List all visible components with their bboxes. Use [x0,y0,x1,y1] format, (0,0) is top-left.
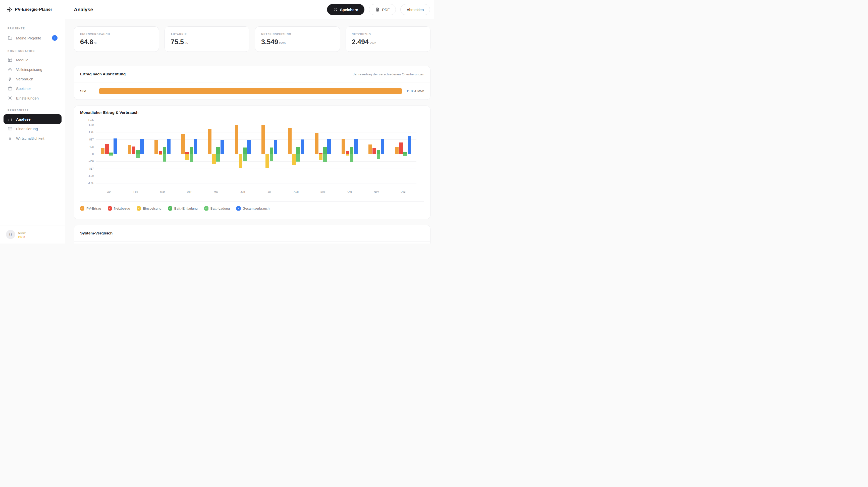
legend-checkbox-checked[interactable]: ✓ [204,206,209,211]
bar-batt-entladung-apr [190,147,193,154]
kpi-row: EIGENVERBRAUCH64.8%AUTARKIE75.5%NETZEINS… [74,26,431,52]
orientation-row-label: Süd [80,89,99,93]
briefcase-icon [7,86,12,91]
bar-batt-entladung-jul [270,148,273,154]
orientation-subtitle: Jahresertrag der verschiedenen Orientier… [353,72,424,76]
bar-pv-ertrag-feb [128,145,131,154]
kpi-card-netzeinspeisung: NETZEINSPEISUNG3.549kWh [255,26,340,52]
sidebar-item-volleinspeisung[interactable]: Volleinspeisung [3,65,62,74]
legend-item-einspeisung[interactable]: ✓Einspeisung [136,206,161,211]
x-axis-month-label: Nov [369,190,384,193]
sidebar-item-speicher[interactable]: Speicher [3,84,62,93]
bar-netzbezug-nov [372,148,376,154]
bar-gesamtverbrauch-mai [220,140,224,154]
bar-batt-ladung-mai [216,154,220,161]
monthly-chart-card: Monatlicher Ertrag & Verbrauch 1.6k1.2k8… [74,105,431,219]
topbar: Analyse SpeichernPDFAbmelden [65,0,434,19]
legend-checkbox-checked[interactable]: ✓ [136,206,141,211]
bar-einspeisung-jul [266,154,269,168]
bar-batt-ladung-jan [109,154,113,156]
credit-card-icon [7,126,12,131]
bar-pv-ertrag-aug [288,128,291,154]
legend-label: Einspeisung [143,207,161,210]
legend-label: Netzbezug [114,207,130,210]
app-logo: PV-Energie-Planer [0,0,65,19]
topbar-buttons: SpeichernPDFAbmelden [327,4,430,15]
x-axis-month-label: Aug [288,190,304,193]
x-axis-month-label: Jun [235,190,250,193]
abmelden-button[interactable]: Abmelden [400,4,430,15]
sidebar-item-label: Speicher [16,86,31,91]
legend-checkbox-checked[interactable]: ✓ [236,206,241,211]
sidebar-item-label: Analyse [16,117,31,121]
sidebar-item-analyse[interactable]: Analyse [3,114,62,124]
sidebar-item-label: Module [16,58,28,62]
user-plan-badge: PRO [18,236,26,239]
bar-batt-ladung-jul [270,154,273,161]
sidebar-item-wirtschaftlichkeit[interactable]: Wirtschaftlichkeit [3,133,62,143]
zap-icon [7,77,12,82]
user-name: user [18,231,26,235]
legend-item-netzbezug[interactable]: ✓Netzbezug [108,206,130,211]
legend-checkbox-checked[interactable]: ✓ [108,206,112,211]
sidebar-section-label: KONFIGURATION [0,43,65,55]
orientation-rows: Süd11.851 kWh [74,83,430,99]
legend-checkbox-checked[interactable]: ✓ [80,206,84,211]
x-axis-month-label: Sep [315,190,331,193]
x-axis-month-label: Dez [396,190,411,193]
sidebar-item-meine-projekte[interactable]: Meine Projekte1 [3,32,62,43]
y-axis-tick-label: 1.2k [79,131,94,134]
bar-batt-entladung-mär [163,147,166,154]
kpi-label: EIGENVERBRAUCH [80,33,153,36]
legend-item-pv-ertrag[interactable]: ✓PV-Ertrag [80,206,101,211]
y-axis-tick-label: 817 [79,138,94,141]
legend-label: Batt.-Ladung [211,207,230,210]
page-title: Analyse [74,7,93,12]
x-axis-month-label: Apr [182,190,197,193]
bar-gesamtverbrauch-mär [167,139,170,154]
legend-checkbox-checked[interactable]: ✓ [168,206,172,211]
bar-batt-entladung-aug [297,147,300,154]
sidebar-item-verbrauch[interactable]: Verbrauch [3,74,62,84]
bar-batt-ladung-sep [323,154,327,162]
legend-item-batt-ladung[interactable]: ✓Batt.-Ladung [204,206,230,211]
pdf-button[interactable]: PDF [369,4,396,15]
bar-pv-ertrag-okt [342,139,345,154]
bar-gesamtverbrauch-jul [274,140,277,154]
comparison-card: System-Vergleich [74,225,431,243]
y-axis-tick-label: 1.6k [79,123,94,126]
kpi-unit: % [185,41,188,45]
bar-einspeisung-sep [319,154,322,160]
speichern-button[interactable]: Speichern [327,4,365,15]
bar-einspeisung-mär [159,154,162,155]
kpi-card-netzbezug: NETZBEZUG2.494kWh [346,26,431,52]
bar-pv-ertrag-nov [368,145,372,154]
bar-netzbezug-dez [399,143,403,154]
bar-batt-ladung-dez [403,154,407,156]
content: EIGENVERBRAUCH64.8%AUTARKIE75.5%NETZEINS… [65,19,434,243]
sidebar-item-finanzierung[interactable]: Finanzierung [3,124,62,133]
gridline [96,140,416,140]
kpi-unit: kWh [370,41,376,45]
orientation-title: Ertrag nach Ausrichtung [80,72,126,77]
kpi-card-autarkie: AUTARKIE75.5% [164,26,250,52]
legend-item-gesamtverbrauch[interactable]: ✓Gesamtverbrauch [236,206,270,211]
sun-logo-icon [6,7,12,12]
legend-label: Batt.-Entladung [174,207,198,210]
bar-pv-ertrag-jul [261,125,265,154]
kpi-label: AUTARKIE [171,33,243,36]
bar-gesamtverbrauch-aug [301,140,304,154]
sidebar-item-label: Finanzierung [16,127,38,131]
bar-netzbezug-jan [105,144,109,154]
bar-batt-ladung-mär [163,154,166,161]
monthly-bar-chart: 1.6k1.2k8174080-408-817-1.2k-1.6kkWhJanF… [96,123,416,196]
sidebar-item-module[interactable]: Module [3,55,62,65]
x-axis-month-label: Feb [128,190,144,193]
user-row[interactable]: U user PRO [0,225,65,243]
sidebar-item-einstellungen[interactable]: Einstellungen [3,93,62,103]
sidebar-item-label: Verbrauch [16,77,33,81]
chart-legend: ✓PV-Ertrag✓Netzbezug✓Einspeisung✓Batt.-E… [80,206,270,211]
bar-netzbezug-feb [132,147,135,154]
legend-item-batt-entladung[interactable]: ✓Batt.-Entladung [168,206,198,211]
bar-batt-entladung-nov [377,150,380,154]
